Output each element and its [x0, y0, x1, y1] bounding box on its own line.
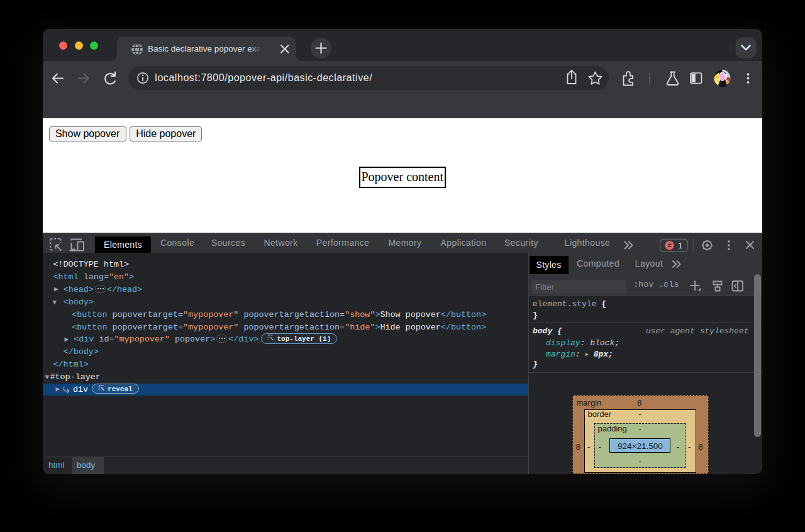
- svg-text:1: 1: [678, 241, 683, 250]
